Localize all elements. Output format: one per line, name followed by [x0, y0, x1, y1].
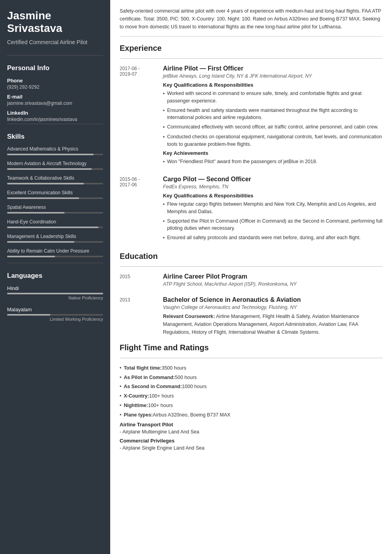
candidate-title: Certified Commercial Airline Pilot: [7, 39, 103, 46]
skills-list: Advanced Mathematics & Physics Modern Av…: [7, 146, 103, 257]
skill-bar-fill: [7, 241, 74, 243]
skill-bar-background: [7, 197, 103, 199]
skill-bar-background: [7, 241, 103, 243]
education-year: 2013: [120, 296, 163, 336]
key-qual-heading: Key Qualifications & Responsibilities: [163, 193, 383, 199]
skill-name: Advanced Mathematics & Physics: [7, 146, 103, 152]
sidebar-divider-personal: [7, 55, 103, 56]
job-title: Cargo Pilot — Second Officer: [163, 176, 383, 183]
flight-bullet: As Second in Command: 1000 hours: [120, 383, 383, 390]
skill-bar-background: [7, 256, 103, 257]
skill-item: Teamwork & Collaborative Skills: [7, 175, 103, 184]
skill-bar-background: [7, 183, 103, 184]
skill-item: Modern Aviation & Aircraft Technology: [7, 161, 103, 170]
skill-name: Ability to Remain Calm Under Pressure: [7, 248, 103, 254]
achievements-heading: Key Achievements: [163, 150, 383, 156]
skill-name: Hand-Eye Coordination: [7, 219, 103, 225]
skill-name: Excellent Communication Skills: [7, 190, 103, 195]
experience-bullet: Ensured health and safety standards were…: [163, 107, 383, 122]
flight-bullet: X-Country: 100+ hours: [120, 392, 383, 400]
sidebar-divider-languages: [7, 263, 103, 263]
experience-dates: 2017-06 -2019-07: [120, 65, 163, 168]
candidate-name: Jasmine Srivastava: [7, 9, 103, 35]
experience-bullet: Ensured all safety protocols and standar…: [163, 234, 383, 242]
education-list: 2015 Airline Career Pilot Program ATP Fl…: [120, 273, 383, 336]
skill-bar-background: [7, 168, 103, 170]
skill-item: Ability to Remain Calm Under Pressure: [7, 248, 103, 257]
linkedin-value: linkedin.com/in/jasminesrivastava: [7, 117, 103, 122]
experience-bullet: Flew regular cargo flights between Memph…: [163, 201, 383, 216]
main-content: Safety-oriented commercial airline pilot…: [110, 0, 392, 554]
language-bar-fill: [7, 293, 103, 294]
education-year: 2015: [120, 273, 163, 289]
education-item: 2013 Bachelor of Science in Aeronautics …: [120, 296, 383, 336]
language-level: Native Proficiency: [7, 296, 103, 300]
skill-name: Teamwork & Collaborative Skills: [7, 175, 103, 181]
coursework-text: Relevant Coursework: Airline Management,…: [163, 312, 383, 336]
key-qual-heading: Key Qualifications & Responsibilities: [163, 82, 383, 88]
skill-bar-fill: [7, 256, 55, 257]
skill-item: Excellent Communication Skills: [7, 190, 103, 199]
education-heading: Education: [120, 252, 383, 261]
language-item: Hindi Native Proficiency: [7, 285, 103, 300]
experience-content: Cargo Pilot — Second Officer FedEx Expre…: [163, 176, 383, 244]
skill-bar-fill: [7, 197, 79, 199]
achievement-bullet: Won "Friendliest Pilot" award from the p…: [163, 158, 383, 166]
flight-bullet: Plane types: Airbus A320neo, Boeing B737…: [120, 411, 383, 419]
flight-bullet: Total flight time: 3500 hours: [120, 364, 383, 372]
rating-heading: Airline Transport Pilot: [120, 422, 383, 428]
language-bar-background: [7, 293, 103, 294]
experience-divider: [120, 58, 383, 59]
language-bar-fill: [7, 314, 50, 316]
skill-bar-fill: [7, 227, 98, 228]
skill-name: Management & Leadership Skills: [7, 234, 103, 239]
language-name: Malayalam: [7, 307, 103, 312]
summary-text: Safety-oriented commercial airline pilot…: [120, 7, 383, 37]
resume-container: Jasmine Srivastava Certified Commercial …: [0, 0, 392, 554]
email-value: jasmine.srivastava@gmail.com: [7, 100, 103, 106]
skill-name: Modern Aviation & Aircraft Technology: [7, 161, 103, 166]
skill-name: Spatial Awareness: [7, 204, 103, 210]
experience-item: 2015-06 -2017-06 Cargo Pilot — Second Of…: [120, 176, 383, 244]
skill-bar-background: [7, 212, 103, 214]
linkedin-label: LinkedIn: [7, 110, 103, 116]
flight-time-content: Total flight time: 3500 hoursAs Pilot in…: [120, 364, 383, 451]
sidebar-divider-skills: [7, 124, 103, 124]
flight-bullet: Nighttime: 100+ hours: [120, 402, 383, 409]
language-bar-background: [7, 314, 103, 316]
flight-time-heading: Flight Time and Ratings: [120, 343, 383, 352]
company-name: FedEx Express, Memphis, TN: [163, 184, 383, 190]
skill-item: Spatial Awareness: [7, 204, 103, 214]
job-title: Airline Pilot — First Officer: [163, 65, 383, 72]
education-content: Airline Career Pilot Program ATP Flight …: [163, 273, 383, 289]
skill-bar-fill: [7, 212, 65, 214]
education-content: Bachelor of Science in Aeronautics & Avi…: [163, 296, 383, 336]
experience-content: Airline Pilot — First Officer jetBlue Ai…: [163, 65, 383, 168]
experience-list: 2017-06 -2019-07 Airline Pilot — First O…: [120, 65, 383, 244]
experience-dates: 2015-06 -2017-06: [120, 176, 163, 244]
rating-item: - Airplane Single Engine Land And Sea: [120, 445, 383, 451]
skill-bar-fill: [7, 154, 94, 155]
company-name: jetBlue Airways, Long Island City, NY & …: [163, 73, 383, 79]
phone-value: (929) 292-9292: [7, 84, 103, 90]
sidebar: Jasmine Srivastava Certified Commercial …: [0, 0, 110, 554]
rating-heading: Commercial Privileges: [120, 438, 383, 444]
skill-bar-background: [7, 227, 103, 228]
skill-bar-background: [7, 154, 103, 155]
flight-bullet: As Pilot in Command: 500 hours: [120, 374, 383, 381]
rating-item: - Airplane Multiengine Land And Sea: [120, 429, 383, 435]
skill-item: Hand-Eye Coordination: [7, 219, 103, 228]
degree-title: Bachelor of Science in Aeronautics & Avi…: [163, 296, 383, 303]
skill-bar-fill: [7, 183, 84, 184]
experience-bullet: Communicated effectively with second off…: [163, 123, 383, 131]
education-item: 2015 Airline Career Pilot Program ATP Fl…: [120, 273, 383, 289]
personal-info-heading: Personal Info: [7, 64, 103, 72]
skill-item: Management & Leadership Skills: [7, 234, 103, 243]
language-name: Hindi: [7, 285, 103, 291]
skill-item: Advanced Mathematics & Physics: [7, 146, 103, 155]
school-name: ATP Flight School, MacArthur Airport (IS…: [163, 281, 383, 287]
experience-bullet: Conducted checks on operational equipmen…: [163, 133, 383, 148]
phone-label: Phone: [7, 78, 103, 84]
school-name: Vaughn College of Aeronautics and Techno…: [163, 305, 383, 310]
language-level: Limited Working Proficiency: [7, 317, 103, 322]
